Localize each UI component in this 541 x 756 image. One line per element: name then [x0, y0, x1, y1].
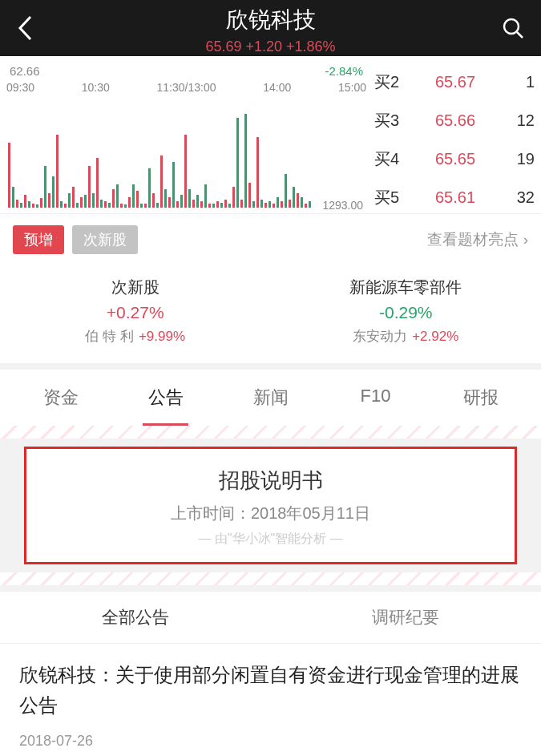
sectors-row: 次新股 +0.27% 伯 特 利+9.99%新能源车零部件 -0.29% 东安动… — [0, 265, 541, 370]
order-book-row[interactable]: 买265.671 — [374, 63, 535, 101]
chart-drop-pct: -2.84% — [325, 64, 363, 78]
prospectus-box[interactable]: 招股说明书 上市时间：2018年05月11日 — 由"华小冰"智能分析 — — [24, 447, 517, 564]
order-book-row[interactable]: 买565.6132 — [374, 178, 535, 216]
ob-label: 买4 — [374, 148, 408, 170]
ob-qty: 1 — [503, 73, 535, 91]
tab-资金[interactable]: 资金 — [8, 370, 113, 426]
stock-price: 65.69 — [205, 38, 241, 55]
sector-name: 新能源车零部件 — [271, 277, 542, 298]
stripe-divider — [0, 572, 541, 585]
chart-volume-value: 1293.00 — [322, 199, 363, 212]
sector-leader: 伯 特 利+9.99% — [0, 327, 271, 346]
stock-change-pct: +1.86% — [286, 38, 336, 55]
prospectus-note: — 由"华小冰"智能分析 — — [50, 531, 491, 548]
tab-F10[interactable]: F10 — [323, 370, 428, 426]
main-tabs: 资金公告新闻F10研报 — [0, 370, 541, 426]
ob-price: 65.67 — [435, 73, 475, 91]
tag-newstock[interactable]: 次新股 — [72, 225, 138, 254]
stock-change: +1.20 — [245, 38, 282, 55]
search-button[interactable] — [501, 16, 525, 43]
sector-leader: 东安动力+2.92% — [271, 327, 542, 346]
back-button[interactable] — [16, 14, 34, 45]
view-highlights-label: 查看题材亮点 — [427, 231, 519, 248]
ob-qty: 12 — [503, 111, 535, 130]
ob-label: 买3 — [374, 110, 408, 131]
chart-high-price: 62.66 — [10, 64, 40, 78]
ob-qty: 32 — [503, 188, 535, 207]
prospectus-title: 招股说明书 — [50, 467, 491, 495]
order-book-row[interactable]: 买465.6519 — [374, 139, 535, 178]
tag-preincrease[interactable]: 预增 — [13, 225, 64, 254]
tab-研报[interactable]: 研报 — [428, 370, 533, 426]
news-date: 2018-07-26 — [19, 733, 522, 750]
chart-section[interactable]: 62.66 -2.84% 09:30 10:30 11:30/13:00 14:… — [0, 56, 541, 213]
stock-name: 欣锐科技 — [0, 5, 541, 35]
ob-label: 买2 — [374, 71, 408, 93]
time-label: 15:00 — [338, 81, 366, 94]
tab-新闻[interactable]: 新闻 — [218, 370, 323, 426]
prospectus-date: 上市时间：2018年05月11日 — [50, 503, 491, 524]
order-book-row[interactable]: 买365.6612 — [374, 101, 535, 139]
time-label: 10:30 — [82, 81, 110, 94]
subtab-all-announcements[interactable]: 全部公告 — [0, 592, 271, 643]
chevron-right-icon: › — [523, 231, 528, 248]
header-title-block: 欣锐科技 65.69 +1.20 +1.86% — [0, 5, 541, 55]
view-highlights-link[interactable]: 查看题材亮点 › — [427, 229, 528, 250]
volume-bars — [6, 103, 366, 208]
news-title: 欣锐科技：关于使用部分闲置自有资金进行现金管理的进展公告 — [19, 660, 522, 722]
stripe-divider — [0, 426, 541, 439]
sector-item[interactable]: 新能源车零部件 -0.29% 东安动力+2.92% — [271, 277, 542, 346]
ob-label: 买5 — [374, 187, 408, 208]
sector-change: +0.27% — [0, 303, 271, 322]
time-label: 14:00 — [263, 81, 291, 94]
sector-name: 次新股 — [0, 277, 271, 298]
ob-price: 65.65 — [435, 150, 475, 168]
sector-change: -0.29% — [271, 303, 542, 322]
time-label: 09:30 — [6, 81, 34, 94]
news-item[interactable]: 欣锐科技：关于使用部分闲置自有资金进行现金管理的进展公告 2018-07-26 — [0, 644, 541, 756]
ob-qty: 19 — [503, 150, 535, 168]
chart-time-axis: 09:30 10:30 11:30/13:00 14:00 15:00 — [6, 81, 366, 94]
svg-line-1 — [517, 32, 523, 38]
time-label: 11:30/13:00 — [157, 81, 216, 94]
order-book[interactable]: 买265.671买365.6612买465.6519买565.6132 — [366, 63, 535, 213]
svg-point-0 — [504, 19, 519, 34]
sector-item[interactable]: 次新股 +0.27% 伯 特 利+9.99% — [0, 277, 271, 346]
ob-price: 65.66 — [435, 111, 475, 130]
stock-price-line: 65.69 +1.20 +1.86% — [0, 38, 541, 55]
tab-公告[interactable]: 公告 — [113, 370, 218, 426]
subtab-research-summary[interactable]: 调研纪要 — [271, 592, 542, 643]
ob-price: 65.61 — [435, 188, 475, 207]
